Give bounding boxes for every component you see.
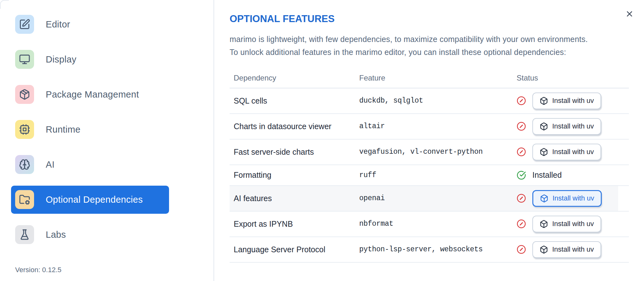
install-with-uv-button[interactable]: Install with uv — [532, 216, 601, 232]
sidebar-item-runtime[interactable]: Runtime — [11, 116, 169, 144]
feature-cell: altair — [359, 122, 517, 130]
status-ok-icon — [517, 170, 526, 180]
feature-cell: ruff — [359, 171, 517, 179]
box-icon — [540, 148, 548, 156]
table-row: SQL cells duckdb, sqlglot Install with u… — [230, 88, 629, 114]
install-button-label: Install with uv — [552, 122, 594, 130]
header-feature: Feature — [359, 74, 517, 82]
table-row: Fast server-side charts vegafusion, vl-c… — [230, 140, 629, 165]
install-with-uv-button[interactable]: Install with uv — [532, 93, 601, 109]
status-error-icon — [517, 245, 526, 254]
table-row: Export as IPYNB nbformat Install with uv — [230, 212, 629, 237]
sidebar-item-label: Runtime — [46, 124, 80, 135]
table-row: Language Server Protocol python-lsp-serv… — [230, 237, 629, 263]
sidebar-nav-list: Editor Display Package Management Runtim… — [0, 10, 214, 249]
close-icon — [625, 9, 634, 18]
dependency-cell: Fast server-side charts — [230, 147, 359, 157]
dependency-cell: SQL cells — [230, 96, 359, 105]
status-cell: Install with uv — [517, 237, 629, 262]
status-cell: Installed — [517, 166, 629, 184]
panel-description: marimo is lightweight, with few dependen… — [230, 33, 629, 59]
feature-cell: duckdb, sqlglot — [359, 97, 517, 105]
box-icon — [540, 245, 548, 254]
table-row: Formatting ruff Installed — [230, 165, 629, 186]
folder-cog-icon — [19, 194, 30, 205]
page-title: OPTIONAL FEATURES — [230, 13, 629, 25]
sidebar-item-label: Labs — [46, 230, 66, 240]
status-cell: Install with uv — [517, 88, 629, 113]
brain-icon — [19, 159, 30, 170]
install-button-label: Install with uv — [552, 220, 594, 228]
close-button[interactable] — [624, 8, 635, 20]
feature-cell: nbformat — [359, 220, 517, 228]
feature-cell: openai — [359, 194, 517, 202]
version-label: Version: 0.12.5 — [15, 266, 61, 274]
sidebar-item-label: Optional Dependencies — [46, 194, 143, 205]
square-pen-icon — [19, 19, 30, 30]
sidebar-item-icon-tile — [15, 225, 34, 244]
dependency-cell: Charts in datasource viewer — [230, 122, 359, 131]
table-row: Charts in datasource viewer altair Insta… — [230, 114, 629, 140]
status-error-icon — [517, 122, 526, 131]
dependency-cell: Formatting — [230, 170, 359, 180]
flask-icon — [19, 229, 30, 240]
package-icon — [19, 89, 30, 100]
sidebar-item-icon-tile — [15, 190, 34, 209]
install-button-label: Install with uv — [553, 194, 594, 202]
sidebar-item-display[interactable]: Display — [11, 45, 169, 74]
sidebar-item-icon-tile — [15, 15, 34, 34]
install-with-uv-button[interactable]: Install with uv — [532, 190, 602, 207]
install-button-label: Install with uv — [552, 97, 594, 105]
settings-dialog: Editor Display Package Management Runtim… — [0, 0, 644, 281]
status-error-icon — [517, 96, 526, 105]
monitor-icon — [19, 54, 30, 65]
description-line-2: To unlock additional features in the mar… — [230, 48, 566, 57]
installed-status: Installed — [517, 170, 562, 180]
install-with-uv-button[interactable]: Install with uv — [532, 241, 601, 258]
table-body: SQL cells duckdb, sqlglot Install with u… — [230, 88, 629, 263]
box-icon — [540, 97, 548, 105]
sidebar-item-package-management[interactable]: Package Management — [11, 81, 169, 109]
status-error-icon — [517, 147, 526, 157]
sidebar-item-editor[interactable]: Editor — [11, 10, 169, 39]
status-cell: Install with uv — [517, 140, 629, 164]
status-error-icon — [517, 219, 526, 229]
install-with-uv-button[interactable]: Install with uv — [532, 144, 601, 160]
sidebar-item-labs[interactable]: Labs — [11, 221, 169, 249]
sidebar-item-icon-tile — [15, 120, 34, 139]
box-icon — [540, 220, 548, 228]
status-cell: Install with uv — [517, 114, 629, 139]
cpu-icon — [19, 124, 30, 135]
install-with-uv-button[interactable]: Install with uv — [532, 118, 601, 135]
header-dependency: Dependency — [230, 74, 359, 82]
sidebar-item-icon-tile — [15, 50, 34, 69]
table-row: AI features openai Install with uv — [230, 186, 629, 212]
dependency-cell: Export as IPYNB — [230, 219, 359, 229]
sidebar-item-label: Editor — [46, 19, 70, 30]
sidebar-item-label: Display — [46, 54, 76, 65]
box-icon — [540, 122, 548, 131]
box-icon — [540, 194, 548, 203]
dependency-cell: Language Server Protocol — [230, 245, 359, 254]
optional-features-panel: OPTIONAL FEATURES marimo is lightweight,… — [214, 0, 644, 281]
sidebar-item-icon-tile — [15, 85, 34, 104]
sidebar-item-icon-tile — [15, 155, 34, 174]
feature-cell: vegafusion, vl-convert-python — [359, 148, 517, 156]
settings-sidebar: Editor Display Package Management Runtim… — [0, 0, 214, 281]
feature-cell: python-lsp-server, websockets — [359, 245, 517, 254]
status-cell: Install with uv — [517, 212, 629, 236]
sidebar-item-label: AI — [46, 159, 55, 170]
description-line-1: marimo is lightweight, with few dependen… — [230, 35, 588, 44]
dependency-cell: AI features — [230, 194, 359, 203]
status-cell: Install with uv — [517, 186, 629, 211]
install-button-label: Install with uv — [552, 245, 594, 254]
dependencies-table: Dependency Feature Status SQL cells duck… — [230, 69, 629, 263]
sidebar-item-optional-dependencies[interactable]: Optional Dependencies — [11, 186, 169, 214]
header-status: Status — [517, 74, 629, 82]
status-error-icon — [517, 194, 526, 203]
table-header-row: Dependency Feature Status — [230, 69, 629, 88]
sidebar-item-ai[interactable]: AI — [11, 151, 169, 179]
install-button-label: Install with uv — [552, 148, 594, 156]
installed-label: Installed — [532, 170, 562, 180]
sidebar-item-label: Package Management — [46, 89, 139, 100]
